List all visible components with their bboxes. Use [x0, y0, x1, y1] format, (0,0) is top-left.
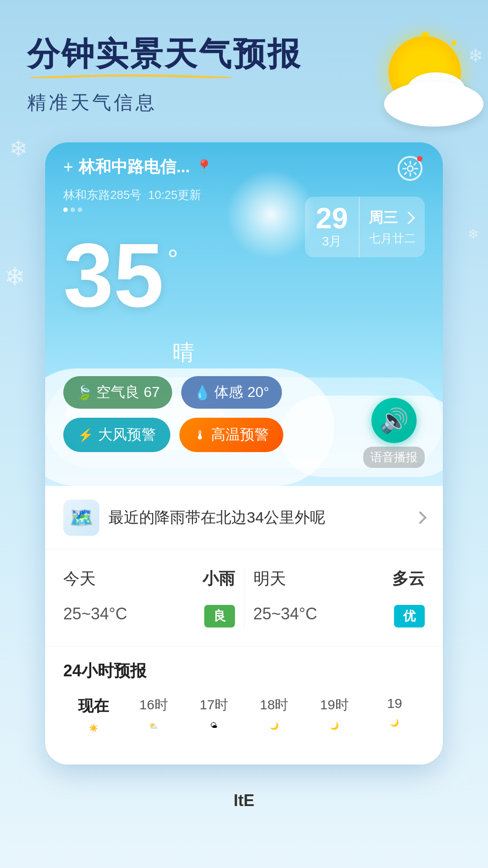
temperature-value: 35: [63, 230, 164, 321]
bottom-area: ItE: [0, 774, 488, 828]
date-day: 29: [316, 204, 348, 233]
chevron-right-icon: [402, 212, 415, 224]
heat-warning-text: 高温预警: [211, 425, 269, 445]
hour-item-17: 17时 🌤: [184, 696, 244, 751]
air-quality-badge[interactable]: 🍃 空气良 67: [63, 376, 172, 409]
today-quality-badge: 良: [204, 605, 235, 627]
location-name: 林和中路电信...: [79, 156, 190, 178]
hour-item-19: 19时 🌙: [304, 696, 364, 751]
app-title: 分钟实景天气预报: [27, 36, 302, 72]
heat-warning-badge[interactable]: 🌡 高温预警: [179, 418, 283, 452]
today-temp: 25~34°C: [63, 604, 127, 623]
tomorrow-quality-badge: 优: [394, 605, 425, 627]
wind-warning-badge[interactable]: ⚡ 大风预警: [63, 418, 170, 452]
hour-item-16: 16时 ⛅: [123, 696, 183, 751]
snowflake-decoration-1: ❄: [9, 136, 28, 162]
date-lunar: 七月廿二: [369, 231, 416, 246]
forecast-divider: [244, 568, 244, 628]
forecast-row: 今天 小雨 25~34°C 良 明天 多云 25~34°C 优: [45, 550, 443, 646]
today-label: 今天: [63, 568, 96, 593]
feel-temp-badge[interactable]: 💧 体感 20°: [181, 376, 282, 409]
date-right: 周三 七月廿二: [360, 197, 425, 257]
tomorrow-desc: 多云: [392, 568, 425, 590]
svg-point-0: [408, 166, 413, 171]
hour-icon-16: ⛅: [142, 722, 165, 744]
dot-3: [78, 208, 82, 212]
notification-dot: [417, 156, 422, 161]
hour-icon-19b: 🌙: [383, 718, 406, 741]
chevron-right-icon-rain: [414, 511, 427, 524]
phone-mockup: + 林和中路电信... 📍 林和东路285号 10:25更新 35: [45, 142, 443, 764]
feel-icon: 💧: [194, 385, 211, 401]
hour-icon-19: 🌙: [323, 722, 346, 744]
wind-icon: ⚡: [78, 428, 94, 443]
hour-icon-17: 🌤: [202, 722, 225, 744]
hours-row: 现在 ☀️ 16时 ⛅ 17时 🌤 18时 🌙 19时 🌙: [63, 696, 425, 751]
settings-button[interactable]: [398, 156, 425, 183]
speaker-icon: 🔊: [380, 407, 409, 434]
map-icon: 🗺️: [63, 500, 99, 536]
title-underline: [27, 73, 235, 78]
tomorrow-forecast: 明天 多云 25~34°C 优: [253, 568, 425, 628]
snowflake-left: ❄: [5, 262, 25, 291]
snowflake-decoration-2: ❄: [468, 226, 479, 242]
cloud-icon: [384, 81, 483, 127]
air-icon: 🍃: [76, 385, 93, 401]
snowflake-right-top: ❄: [468, 45, 483, 66]
hour-item-current: 现在 ☀️: [63, 696, 123, 751]
dot-2: [70, 208, 75, 212]
hour-label-17: 17时: [184, 696, 244, 714]
date-weekday: 周三: [369, 208, 416, 228]
degree-symbol: °: [167, 244, 178, 275]
hour-label-19: 19时: [304, 696, 364, 714]
voice-label: 语音播报: [363, 447, 425, 468]
hour-icon-18: 🌙: [263, 722, 286, 744]
hour-label-19b: 19: [365, 696, 425, 711]
weather-card: + 林和中路电信... 📍 林和东路285号 10:25更新 35: [45, 142, 443, 486]
air-quality-text: 空气良 67: [96, 382, 160, 402]
weather-description: 晴: [173, 338, 194, 367]
location-pin-icon: 📍: [195, 159, 213, 176]
hours-title: 24小时预报: [63, 660, 425, 682]
rain-info-row[interactable]: 🗺️ 最近的降雨带在北边34公里外呢: [45, 486, 443, 550]
hour-label-16: 16时: [123, 696, 183, 714]
tomorrow-temp: 25~34°C: [253, 604, 318, 623]
info-card: 🗺️ 最近的降雨带在北边34公里外呢 今天 小雨 25~34°C 良 明天: [45, 486, 443, 764]
dot-1: [63, 208, 68, 212]
settings-gear-icon: [398, 156, 422, 181]
hour-label-18: 18时: [244, 696, 304, 714]
bottom-nav-label: ItE: [234, 791, 254, 810]
date-month: 3月: [316, 233, 348, 250]
voice-broadcast-button[interactable]: 🔊 语音播报: [363, 398, 425, 468]
hours-section: 24小时预报 现在 ☀️ 16时 ⛅ 17时 🌤 18时 🌙: [45, 646, 443, 764]
add-location-icon[interactable]: +: [63, 157, 73, 177]
heat-icon: 🌡: [194, 428, 206, 443]
voice-circle-icon: 🔊: [371, 398, 417, 443]
rain-info-text: 最近的降雨带在北边34公里外呢: [108, 507, 407, 528]
hour-icon-current: ☀️: [80, 724, 107, 751]
date-panel[interactable]: 29 3月 周三 七月廿二: [305, 197, 425, 257]
date-left: 29 3月: [305, 197, 359, 257]
today-forecast: 今天 小雨 25~34°C 良: [63, 568, 235, 628]
hour-item-19b: 19 🌙: [365, 696, 425, 751]
wind-warning-text: 大风预警: [98, 425, 156, 445]
today-desc: 小雨: [202, 568, 235, 590]
location-bar: + 林和中路电信... 📍: [63, 156, 425, 178]
feel-temp-text: 体感 20°: [214, 382, 269, 402]
tomorrow-label: 明天: [253, 568, 286, 593]
hour-item-18: 18时 🌙: [244, 696, 304, 751]
hour-label-current: 现在: [63, 696, 123, 717]
